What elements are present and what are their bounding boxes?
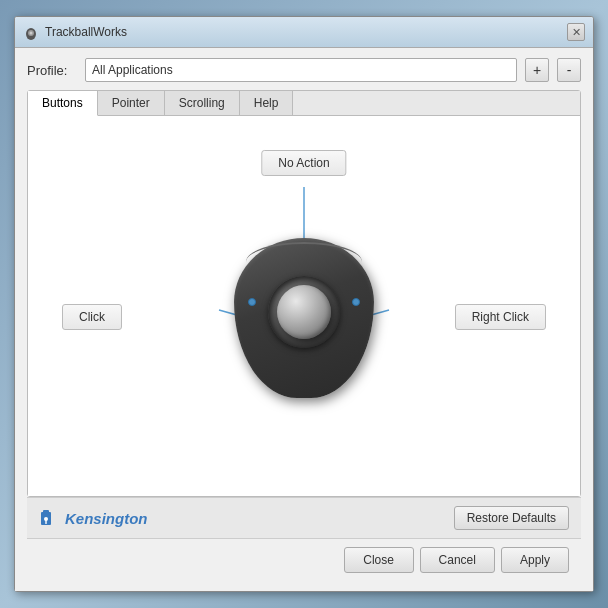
tab-pointer[interactable]: Pointer [98,91,165,115]
remove-profile-button[interactable]: - [557,58,581,82]
title-bar-left: TrackballWorks [23,24,127,40]
window-body: Profile: + - Buttons Pointer Scrolling H… [15,48,593,591]
profile-row: Profile: + - [27,58,581,82]
kensington-icon [39,508,59,528]
kensington-brand-text: Kensington [65,510,148,527]
tab-buttons[interactable]: Buttons [28,91,98,116]
left-button-dot [248,298,256,306]
right-click-button[interactable]: Right Click [455,304,546,330]
svg-rect-8 [45,519,46,524]
tab-content-buttons: No Action Click [28,116,580,496]
device-body [234,238,374,398]
title-bar: TrackballWorks ✕ [15,17,593,48]
tab-scrolling[interactable]: Scrolling [165,91,240,115]
trackball [277,285,331,339]
close-button[interactable]: Close [344,547,414,573]
profile-input[interactable] [85,58,517,82]
tabs-container: Buttons Pointer Scrolling Help [27,90,581,497]
action-bar: Close Cancel Apply [27,538,581,581]
add-profile-button[interactable]: + [525,58,549,82]
buttons-diagram: No Action Click [44,132,564,472]
trackball-device [234,238,374,398]
svg-rect-6 [43,510,49,514]
svg-point-2 [30,32,33,35]
main-window: TrackballWorks ✕ Profile: + - Buttons Po… [14,16,594,592]
apply-button[interactable]: Apply [501,547,569,573]
bottom-bar: Kensington Restore Defaults [27,497,581,538]
click-button[interactable]: Click [62,304,122,330]
profile-label: Profile: [27,63,77,78]
app-icon [23,24,39,40]
tab-help[interactable]: Help [240,91,294,115]
cancel-button[interactable]: Cancel [420,547,495,573]
tabs-header: Buttons Pointer Scrolling Help [28,91,580,116]
right-button-dot [352,298,360,306]
no-action-button[interactable]: No Action [261,150,346,176]
ball-housing [268,276,340,348]
window-title: TrackballWorks [45,25,127,39]
window-close-button[interactable]: ✕ [567,23,585,41]
restore-defaults-button[interactable]: Restore Defaults [454,506,569,530]
kensington-logo: Kensington [39,508,148,528]
